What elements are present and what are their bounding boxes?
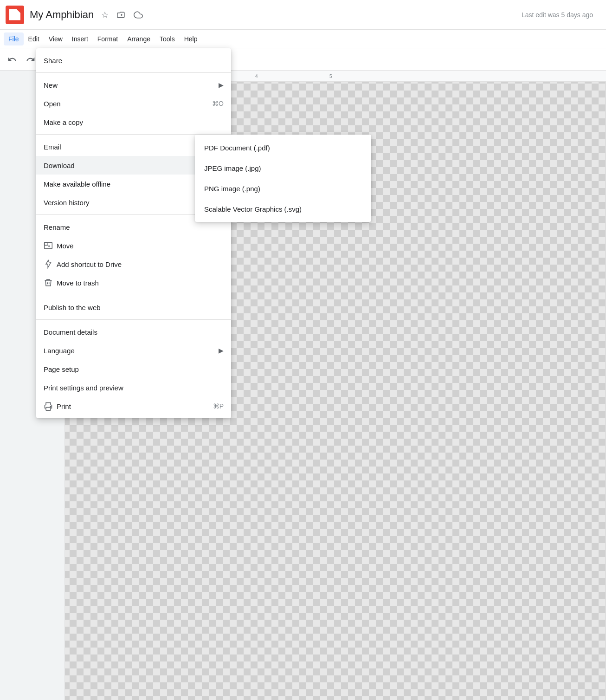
- star-icon[interactable]: ☆: [97, 7, 112, 22]
- submenu-svg[interactable]: Scalable Vector Graphics (.svg): [195, 199, 371, 219]
- divider-1: [36, 72, 231, 73]
- menu-insert[interactable]: Insert: [67, 32, 93, 45]
- menu-item-trash[interactable]: Move to trash: [36, 273, 231, 292]
- doc-title: My Amphibian: [30, 9, 94, 21]
- cloud-save-icon[interactable]: [131, 7, 146, 22]
- menu-item-share[interactable]: Share: [36, 51, 231, 70]
- menu-item-open[interactable]: Open ⌘O: [36, 94, 231, 113]
- menu-item-new[interactable]: New ▶: [36, 76, 231, 94]
- menu-bar: File Edit View Insert Format Arrange Too…: [0, 30, 606, 48]
- menu-item-print[interactable]: Print ⌘P: [36, 397, 231, 415]
- app-bar: My Amphibian ☆ Last edit was 5 days ago: [0, 0, 606, 30]
- divider-4: [36, 295, 231, 295]
- svg-rect-9: [45, 242, 48, 245]
- download-submenu: PDF Document (.pdf) JPEG image (.jpg) PN…: [195, 135, 371, 222]
- menu-view[interactable]: View: [44, 32, 67, 45]
- file-dropdown-menu: Share New ▶ Open ⌘O Make a copy Email ▶ …: [36, 48, 231, 418]
- menu-item-move[interactable]: Move: [36, 236, 231, 255]
- menu-item-language[interactable]: Language ▶: [36, 341, 231, 360]
- svg-rect-10: [45, 242, 52, 248]
- menu-help[interactable]: Help: [180, 32, 202, 45]
- divider-5: [36, 319, 231, 320]
- svg-text:5: 5: [329, 74, 332, 79]
- last-edit-text: Last edit was 5 days ago: [522, 11, 593, 19]
- menu-item-page-setup[interactable]: Page setup: [36, 360, 231, 378]
- undo-button[interactable]: [4, 51, 20, 68]
- menu-item-add-shortcut[interactable]: Add shortcut to Drive: [36, 255, 231, 273]
- menu-item-doc-details[interactable]: Document details: [36, 323, 231, 341]
- submenu-jpeg[interactable]: JPEG image (.jpg): [195, 158, 371, 178]
- move-to-folder-icon[interactable]: [114, 7, 129, 22]
- svg-text:4: 4: [255, 74, 258, 79]
- menu-item-make-copy[interactable]: Make a copy: [36, 113, 231, 131]
- menu-item-publish[interactable]: Publish to the web: [36, 298, 231, 317]
- svg-point-12: [50, 406, 51, 407]
- menu-tools[interactable]: Tools: [155, 32, 180, 45]
- menu-edit[interactable]: Edit: [24, 32, 44, 45]
- svg-rect-11: [46, 408, 51, 411]
- submenu-png[interactable]: PNG image (.png): [195, 178, 371, 199]
- menu-format[interactable]: Format: [93, 32, 122, 45]
- menu-item-print-settings[interactable]: Print settings and preview: [36, 378, 231, 397]
- submenu-pdf[interactable]: PDF Document (.pdf): [195, 137, 371, 158]
- menu-file[interactable]: File: [4, 32, 24, 45]
- app-icon: [6, 6, 24, 24]
- menu-arrange[interactable]: Arrange: [122, 32, 155, 45]
- title-icons: ☆: [97, 7, 146, 22]
